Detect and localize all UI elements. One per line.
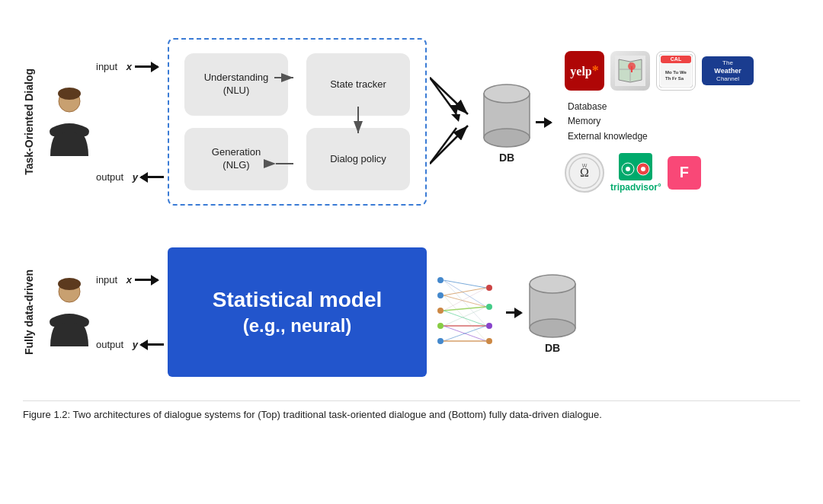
- svg-line-54: [444, 295, 486, 341]
- svg-point-35: [437, 292, 444, 298]
- main-container: Task-Oriented Dialog input x output y: [0, 0, 823, 504]
- top-input-label: input x: [96, 61, 164, 72]
- tripadvisor-container: tripadvisor°: [610, 153, 661, 193]
- bottom-output-label: output y: [96, 339, 164, 350]
- svg-point-31: [641, 167, 645, 171]
- svg-line-46: [444, 295, 486, 307]
- svg-point-58: [530, 275, 575, 293]
- right-info-column: yelp*: [565, 51, 754, 193]
- bottom-output-arrow: [141, 343, 164, 346]
- tripadvisor-label: tripadvisor°: [610, 182, 661, 193]
- svg-rect-21: [661, 63, 691, 86]
- svg-point-30: [626, 167, 630, 171]
- svg-line-45: [444, 288, 486, 295]
- input-arrow-right: [135, 65, 158, 68]
- svg-point-15: [484, 85, 530, 103]
- dashed-box: Understanding(NLU) State tracker Generat…: [168, 38, 427, 206]
- top-person-icon: [43, 88, 96, 156]
- bottom-db-container: DB: [528, 270, 577, 354]
- flow-arrows-svg: [430, 38, 472, 206]
- svg-marker-8: [450, 105, 459, 114]
- foursquare-icon: F: [668, 156, 701, 190]
- wikipedia-icon: Ω W: [565, 153, 604, 193]
- model-title: Statistical model: [213, 288, 383, 312]
- svg-line-13: [430, 126, 468, 164]
- top-icons-row: yelp*: [565, 51, 754, 91]
- bottom-icons-row: Ω W tripadvisor°: [565, 153, 754, 193]
- maps-icon: [610, 51, 650, 91]
- bottom-input-label: input x: [96, 274, 164, 285]
- model-subtitle: (e.g., neural): [243, 315, 352, 337]
- calendar-svg: Mo Tu We Th Fr Sa CAL: [659, 54, 693, 88]
- top-io-labels: input x output y: [96, 61, 164, 183]
- svg-point-59: [530, 319, 575, 337]
- top-section: Task-Oriented Dialog input x output y: [23, 15, 800, 228]
- weather-channel-badge: The Weather Channel: [702, 56, 754, 85]
- neural-wires-container: [431, 265, 499, 359]
- svg-point-34: [437, 277, 444, 283]
- svg-point-40: [486, 304, 492, 310]
- svg-line-12: [430, 78, 468, 114]
- bottom-db-cylinder: [528, 270, 577, 339]
- caption-text: Figure 1.2: Two architectures of dialogu…: [23, 409, 602, 420]
- db-right-arrow: [536, 121, 551, 123]
- svg-text:CAL: CAL: [671, 56, 682, 62]
- bottom-db-label: DB: [545, 342, 560, 354]
- yelp-icon: yelp*: [565, 51, 604, 91]
- svg-line-9: [430, 128, 456, 164]
- bottom-section: Fully data-driven input x output y Stati…: [23, 236, 800, 388]
- calendar-icon: Mo Tu We Th Fr Sa CAL: [656, 51, 696, 91]
- statistical-model-box: Statistical model (e.g., neural): [168, 247, 427, 377]
- bottom-to-db-arrow: [506, 305, 521, 319]
- svg-text:Th Fr Sa: Th Fr Sa: [665, 76, 684, 81]
- bottom-db-arrow: [506, 311, 521, 314]
- svg-text:W: W: [582, 163, 588, 168]
- svg-point-37: [437, 323, 444, 329]
- svg-text:Mo Tu We: Mo Tu We: [665, 70, 687, 75]
- state-tracker-box: State tracker: [306, 53, 410, 116]
- svg-point-39: [486, 285, 492, 291]
- figure-caption: Figure 1.2: Two architectures of dialogu…: [23, 400, 800, 423]
- bottom-input-arrow: [135, 279, 158, 281]
- tripadvisor-svg: [620, 155, 651, 178]
- top-db-cylinder: [482, 80, 531, 148]
- wiki-svg: Ω W: [568, 156, 601, 190]
- tripadvisor-icon: [619, 153, 652, 180]
- map-svg: [615, 56, 645, 86]
- db-info-text: Database Memory External knowledge: [568, 100, 754, 144]
- nlg-box: Generation(NLG): [184, 128, 288, 190]
- bottom-io-labels: input x output y: [96, 274, 164, 350]
- neural-wires-svg: [434, 265, 495, 356]
- top-output-label: output y: [96, 171, 164, 183]
- top-side-label: Task-Oriented Dialog: [23, 69, 35, 175]
- svg-marker-10: [451, 114, 460, 122]
- bottom-person-icon: [43, 278, 96, 346]
- svg-point-42: [486, 338, 492, 344]
- top-db-label: DB: [499, 152, 514, 164]
- output-arrow-left: [141, 176, 164, 178]
- top-db-container: DB: [482, 80, 531, 164]
- svg-point-16: [484, 129, 530, 147]
- db-to-info-arrow: [536, 115, 551, 129]
- svg-point-33: [58, 278, 81, 290]
- dashed-box-wrapper: Understanding(NLU) State tracker Generat…: [168, 38, 427, 206]
- svg-point-1: [58, 88, 81, 100]
- svg-point-38: [437, 338, 444, 344]
- box-to-db-arrows: [430, 38, 472, 206]
- nlu-box: Understanding(NLU): [184, 53, 288, 116]
- svg-point-41: [486, 323, 492, 329]
- dialog-policy-box: Dialog policy: [306, 128, 410, 190]
- bottom-side-label: Fully data-driven: [23, 270, 35, 355]
- svg-point-36: [437, 308, 444, 314]
